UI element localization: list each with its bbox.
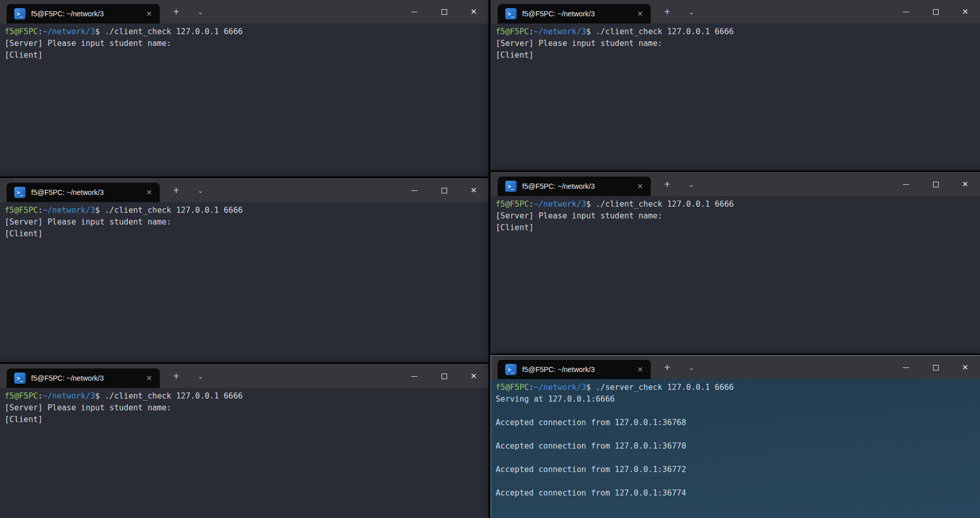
minimize-button[interactable] bbox=[400, 0, 429, 23]
terminal-icon: >_ bbox=[14, 8, 26, 19]
minimize-icon bbox=[903, 12, 909, 12]
tab-close-icon[interactable]: ✕ bbox=[143, 373, 155, 383]
terminal-window-client-5[interactable]: >_ f5@F5PC: ~/network/3 ✕ + ⌄ ✕ f5@F5PC:… bbox=[0, 364, 488, 518]
terminal-line: f5@F5PC:~/network/3$ ./client_check 127.… bbox=[5, 390, 486, 402]
tab-close-icon[interactable]: ✕ bbox=[143, 187, 155, 198]
terminal-line: [Client] bbox=[5, 228, 486, 240]
tab-dropdown-icon[interactable]: ⌄ bbox=[194, 187, 206, 194]
tab-close-icon[interactable]: ✕ bbox=[143, 9, 155, 19]
titlebar[interactable]: >_ f5@F5PC: ~/network/3 ✕ + ⌄ ✕ bbox=[491, 356, 980, 379]
terminal-line: Serving at 127.0.0.1:6666 bbox=[496, 393, 978, 405]
titlebar[interactable]: >_ f5@F5PC: ~/network/3 ✕ + ⌄ ✕ bbox=[0, 364, 488, 388]
terminal-line: [Client] bbox=[5, 414, 486, 426]
terminal-line bbox=[496, 429, 978, 440]
tab-shell-session[interactable]: >_ f5@F5PC: ~/network/3 ✕ bbox=[498, 360, 651, 379]
titlebar[interactable]: >_ f5@F5PC: ~/network/3 ✕ + ⌄ ✕ bbox=[491, 0, 980, 23]
terminal-line: Accepted connection from 127.0.0.1:36772 bbox=[496, 464, 978, 476]
new-tab-button[interactable]: + bbox=[170, 364, 182, 388]
tab-shell-session[interactable]: >_ f5@F5PC: ~/network/3 ✕ bbox=[7, 368, 160, 388]
new-tab-button[interactable]: + bbox=[661, 0, 673, 23]
titlebar[interactable]: >_ f5@F5PC: ~/network/3 ✕ + ⌄ ✕ bbox=[491, 172, 980, 196]
terminal-viewport[interactable]: f5@F5PC:~/network/3$ ./client_check 127.… bbox=[491, 23, 980, 61]
terminal-line: f5@F5PC:~/network/3$ ./client_check 127.… bbox=[496, 199, 978, 210]
terminal-line: [Server] Please input student name: bbox=[5, 216, 486, 228]
terminal-line: Accepted connection from 127.0.0.1:36770 bbox=[496, 440, 978, 452]
minimize-icon bbox=[411, 376, 418, 377]
titlebar[interactable]: >_ f5@F5PC: ~/network/3 ✕ + ⌄ ✕ bbox=[0, 0, 488, 23]
minimize-button[interactable] bbox=[891, 172, 921, 196]
tab-shell-session[interactable]: >_ f5@F5PC: ~/network/3 ✕ bbox=[498, 4, 651, 23]
terminal-line bbox=[496, 476, 978, 487]
tab-dropdown-icon[interactable]: ⌄ bbox=[685, 8, 697, 16]
terminal-viewport[interactable]: f5@F5PC:~/network/3$ ./client_check 127.… bbox=[0, 23, 488, 61]
tab-dropdown-icon[interactable]: ⌄ bbox=[194, 373, 206, 380]
minimize-button[interactable] bbox=[400, 364, 429, 388]
tab-shell-session[interactable]: >_ f5@F5PC: ~/network/3 ✕ bbox=[7, 183, 160, 202]
minimize-icon bbox=[903, 184, 909, 185]
tab-title: f5@F5PC: ~/network/3 bbox=[31, 188, 138, 196]
terminal-line: [Server] Please input student name: bbox=[496, 210, 978, 222]
new-tab-button[interactable]: + bbox=[661, 356, 673, 379]
close-button[interactable]: ✕ bbox=[459, 364, 488, 388]
tab-close-icon[interactable]: ✕ bbox=[634, 364, 646, 375]
maximize-button[interactable] bbox=[429, 364, 459, 388]
tab-dropdown-icon[interactable]: ⌄ bbox=[194, 8, 206, 16]
close-button[interactable]: ✕ bbox=[950, 172, 980, 196]
terminal-viewport[interactable]: f5@F5PC:~/network/3$ ./client_check 127.… bbox=[491, 196, 980, 234]
terminal-icon: >_ bbox=[505, 364, 517, 375]
terminal-window-client-2[interactable]: >_ f5@F5PC: ~/network/3 ✕ + ⌄ ✕ f5@F5PC:… bbox=[491, 0, 980, 170]
maximize-icon bbox=[933, 365, 939, 371]
terminal-line: f5@F5PC:~/network/3$ ./client_check 127.… bbox=[5, 205, 486, 216]
tab-dropdown-icon[interactable]: ⌄ bbox=[685, 364, 697, 372]
tab-dropdown-icon[interactable]: ⌄ bbox=[685, 181, 697, 188]
minimize-button[interactable] bbox=[891, 0, 921, 23]
tab-close-icon[interactable]: ✕ bbox=[634, 181, 646, 191]
tab-title: f5@F5PC: ~/network/3 bbox=[522, 182, 629, 190]
maximize-button[interactable] bbox=[921, 172, 950, 196]
close-button[interactable]: ✕ bbox=[459, 179, 488, 202]
new-tab-button[interactable]: + bbox=[661, 172, 673, 196]
minimize-icon bbox=[411, 12, 418, 12]
terminal-icon: >_ bbox=[14, 187, 26, 198]
terminal-window-client-3[interactable]: >_ f5@F5PC: ~/network/3 ✕ + ⌄ ✕ f5@F5PC:… bbox=[0, 178, 488, 362]
maximize-button[interactable] bbox=[921, 0, 950, 23]
terminal-icon: >_ bbox=[505, 181, 517, 192]
terminal-line: f5@F5PC:~/network/3$ ./server_check 127.… bbox=[496, 382, 978, 393]
tab-shell-session[interactable]: >_ f5@F5PC: ~/network/3 ✕ bbox=[7, 4, 160, 23]
maximize-icon bbox=[933, 182, 939, 187]
terminal-line: f5@F5PC:~/network/3$ ./client_check 127.… bbox=[496, 26, 978, 38]
titlebar[interactable]: >_ f5@F5PC: ~/network/3 ✕ + ⌄ ✕ bbox=[0, 179, 488, 202]
terminal-line: [Server] Please input student name: bbox=[496, 38, 978, 50]
terminal-line: Accepted connection from 127.0.0.1:36774 bbox=[496, 487, 978, 499]
terminal-window-client-1[interactable]: >_ f5@F5PC: ~/network/3 ✕ + ⌄ ✕ f5@F5PC:… bbox=[0, 0, 488, 177]
new-tab-button[interactable]: + bbox=[170, 179, 182, 202]
terminal-line: [Client] bbox=[496, 50, 978, 61]
maximize-button[interactable] bbox=[429, 179, 459, 202]
maximize-button[interactable] bbox=[921, 356, 950, 379]
close-button[interactable]: ✕ bbox=[950, 0, 980, 23]
terminal-icon: >_ bbox=[505, 8, 517, 19]
new-tab-button[interactable]: + bbox=[170, 0, 182, 23]
maximize-icon bbox=[442, 374, 447, 379]
terminal-line bbox=[496, 452, 978, 464]
terminal-window-client-4[interactable]: >_ f5@F5PC: ~/network/3 ✕ + ⌄ ✕ f5@F5PC:… bbox=[491, 172, 980, 354]
tab-title: f5@F5PC: ~/network/3 bbox=[522, 365, 629, 374]
maximize-button[interactable] bbox=[429, 0, 459, 23]
tab-close-icon[interactable]: ✕ bbox=[634, 9, 646, 19]
terminal-viewport[interactable]: f5@F5PC:~/network/3$ ./client_check 127.… bbox=[0, 202, 488, 240]
tab-shell-session[interactable]: >_ f5@F5PC: ~/network/3 ✕ bbox=[498, 177, 651, 196]
maximize-icon bbox=[933, 9, 939, 15]
minimize-button[interactable] bbox=[400, 179, 429, 202]
terminal-line: [Server] Please input student name: bbox=[5, 38, 486, 50]
terminal-viewport[interactable]: f5@F5PC:~/network/3$ ./client_check 127.… bbox=[0, 388, 488, 426]
terminal-viewport[interactable]: f5@F5PC:~/network/3$ ./server_check 127.… bbox=[491, 379, 980, 499]
terminal-line: Accepted connection from 127.0.0.1:36768 bbox=[496, 417, 978, 429]
terminal-line: [Client] bbox=[5, 50, 486, 61]
terminal-line bbox=[496, 405, 978, 417]
minimize-icon bbox=[903, 367, 909, 368]
terminal-window-server[interactable]: >_ f5@F5PC: ~/network/3 ✕ + ⌄ ✕ f5@F5PC:… bbox=[491, 355, 980, 518]
close-button[interactable]: ✕ bbox=[459, 0, 488, 23]
terminal-icon: >_ bbox=[14, 373, 26, 384]
minimize-button[interactable] bbox=[891, 356, 921, 379]
close-button[interactable]: ✕ bbox=[950, 356, 980, 379]
